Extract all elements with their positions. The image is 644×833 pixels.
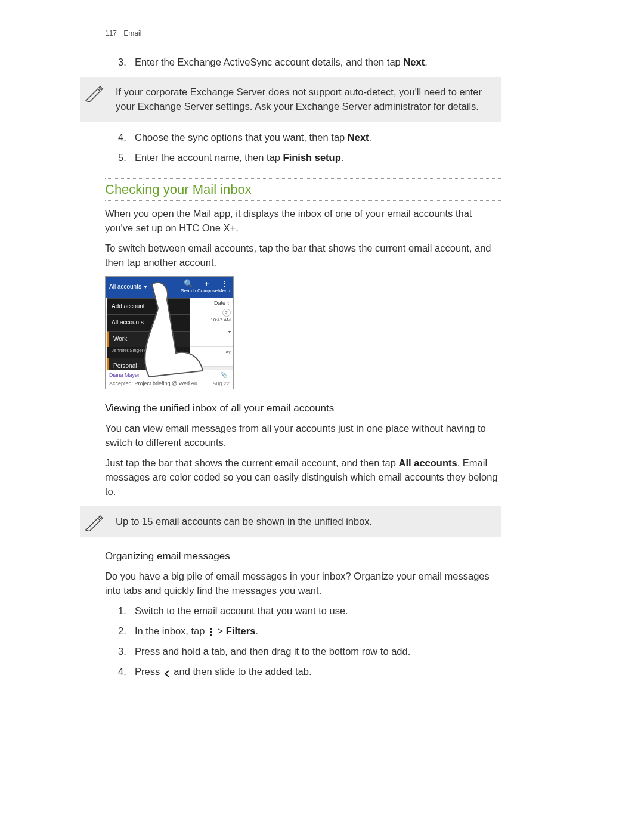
overflow-menu-icon: [208, 627, 215, 636]
pencil-icon: [85, 83, 104, 102]
subheading: Organizing email messages: [105, 549, 501, 564]
note-text: Up to 15 email accounts can be shown in …: [116, 516, 372, 527]
step-number: 4.: [118, 131, 135, 145]
org-step-4: 4. Press and then slide to the added tab…: [118, 665, 501, 679]
note-text: If your corporate Exchange Server does n…: [116, 86, 482, 112]
page-number: 117: [105, 29, 122, 39]
step-text: Enter the account name, then tap Finish …: [135, 151, 501, 165]
back-chevron-icon: [163, 668, 171, 676]
paragraph: When you open the Mail app, it displays …: [105, 207, 501, 236]
step-5: 5. Enter the account name, then tap Fini…: [118, 151, 501, 165]
pencil-icon: [85, 512, 104, 531]
paragraph: Just tap the bar that shows the current …: [105, 456, 501, 499]
step-text: Switch to the email account that you wan…: [135, 604, 501, 618]
manual-page: 117 Email 3. Enter the Exchange ActiveSy…: [0, 0, 644, 833]
header-section: Email: [123, 29, 141, 38]
step-number: 5.: [118, 151, 135, 165]
step-text: Enter the Exchange ActiveSync account de…: [135, 55, 501, 70]
subheading: Viewing the unified inbox of all your em…: [105, 401, 501, 416]
org-step-2: 2. In the inbox, tap > Filters.: [118, 624, 501, 639]
section-heading: Checking your Mail inbox: [105, 178, 501, 201]
hand-pointer-icon: [140, 281, 212, 377]
step-number: 3.: [118, 645, 135, 659]
steps-top: 3. Enter the Exchange ActiveSync account…: [118, 55, 501, 70]
step-text: In the inbox, tap > Filters.: [135, 624, 501, 639]
menu-icon: ⋮Menu: [215, 280, 233, 295]
step-number: 3.: [118, 55, 135, 70]
note-box-2: Up to 15 email accounts can be shown in …: [80, 506, 501, 537]
steps-top-cont: 4. Choose the sync options that you want…: [118, 131, 501, 165]
step-text: Choose the sync options that you want, t…: [135, 131, 501, 145]
step-4: 4. Choose the sync options that you want…: [118, 131, 501, 145]
paragraph: Do you have a big pile of email messages…: [105, 569, 501, 598]
paragraph: You can view email messages from all you…: [105, 422, 501, 450]
org-step-1: 1. Switch to the email account that you …: [118, 604, 501, 618]
step-text: Press and hold a tab, and then drag it t…: [135, 645, 501, 659]
org-step-3: 3. Press and hold a tab, and then drag i…: [118, 645, 501, 659]
step-number: 1.: [118, 604, 135, 618]
step-3: 3. Enter the Exchange ActiveSync account…: [118, 55, 501, 70]
step-number: 2.: [118, 624, 135, 639]
paragraph: To switch between email accounts, tap th…: [105, 241, 501, 270]
page-header: 117 Email: [105, 29, 501, 39]
step-text: Press and then slide to the added tab.: [135, 665, 501, 679]
phone-screenshot: All accounts ▼ 31 🔍Search ＋Compose ⋮Menu…: [105, 276, 234, 389]
note-box-1: If your corporate Exchange Server does n…: [80, 77, 501, 122]
step-number: 4.: [118, 665, 135, 679]
paperclip-icon: 📎: [221, 371, 227, 379]
organize-steps: 1. Switch to the email account that you …: [118, 604, 501, 679]
